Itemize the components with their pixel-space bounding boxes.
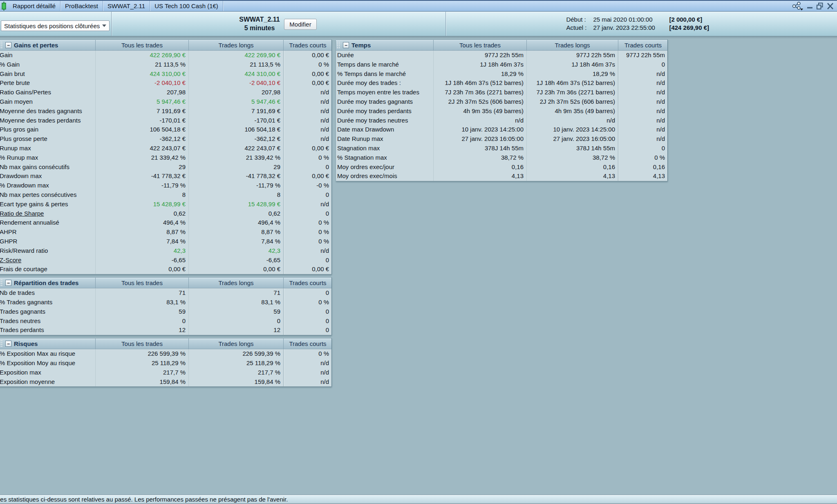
drag-handle-icon[interactable]	[0, 279, 3, 287]
cell-value: 0,62	[95, 209, 188, 219]
cell-value: 21 113,5 %	[188, 60, 283, 69]
collapse-section-button[interactable]: −	[5, 42, 11, 48]
close-button[interactable]	[827, 2, 834, 11]
status-bar: Les statistiques ci-dessus sont relative…	[0, 495, 837, 504]
stats-type-dropdown-value: Statistiques des positions clôturées	[4, 22, 100, 29]
cell-value: -6,65	[188, 256, 283, 265]
cell-value: 0 %	[283, 349, 332, 359]
cell-value: 0	[283, 307, 332, 317]
backtest-report-window: Rapport détaillé ProBacktest SWWAT_2.11 …	[0, 0, 837, 504]
cell-value: 8,87 %	[188, 227, 283, 237]
cell-value: 2J 2h 37m 52s (606 barres)	[526, 97, 618, 107]
cell-value: 0	[283, 288, 332, 298]
cell-value: 7,84 %	[95, 237, 188, 246]
cell-value: 7J 23h 7m 36s (2271 barres)	[526, 88, 618, 97]
row-label: Ecart type gains & pertes	[0, 200, 95, 209]
cell-value: 226 599,39 %	[95, 349, 188, 359]
row-label: Durée moy trades neutres	[336, 116, 433, 125]
table-title: Temps	[351, 42, 371, 49]
cell-value: -2 040,10 €	[188, 78, 283, 88]
cell-value: 0,16	[526, 163, 618, 172]
minimize-button[interactable]	[807, 2, 813, 11]
cell-value: 18,29 %	[526, 69, 618, 79]
cell-value: 0,00 €	[283, 69, 332, 79]
column-header: Trades courts	[283, 40, 332, 50]
titlebar-tab-label: Rapport détaillé	[13, 2, 56, 9]
cell-value: 38,72 %	[433, 153, 526, 163]
table-row: Drawdown max-41 778,32 €-41 778,32 €0,00…	[0, 172, 331, 181]
row-label: Trades perdants	[0, 326, 95, 335]
table-header-title-cell: −Gains et pertes	[0, 40, 95, 50]
row-label: Date Runup max	[336, 134, 433, 144]
cell-value: 0 %	[283, 237, 332, 246]
table-header-row: −Répartition des tradesTous les tradesTr…	[0, 277, 331, 288]
cell-value: 0,00 €	[283, 172, 332, 181]
stats-type-dropdown[interactable]: Statistiques des positions clôturées	[1, 20, 110, 31]
cell-value: n/d	[283, 377, 332, 387]
row-label: % Drawdown max	[0, 181, 95, 190]
row-label: Ratio de Sharpe	[0, 209, 95, 219]
row-label: Temps dans le marché	[336, 60, 433, 69]
row-label: Trades neutres	[0, 317, 95, 326]
table-row: Temps moyen entre les trades7J 23h 7m 36…	[336, 88, 667, 97]
row-label: % Trades gagnants	[0, 298, 95, 307]
cell-value: 0,00 €	[283, 51, 332, 60]
row-label: Perte brute	[0, 78, 95, 88]
titlebar-tab-report: Rapport détaillé	[8, 1, 60, 11]
system-header: SWWAT_2.11 5 minutes	[227, 15, 292, 32]
row-label: % Exposition Moy au risque	[0, 359, 95, 368]
row-label: Runup max	[0, 144, 95, 153]
cell-value: 0 %	[283, 218, 332, 227]
table-row: Plus grosse perte-362,12 €-362,12 €n/d	[0, 134, 331, 144]
table-row: AHPR8,87 %8,87 %0 %	[0, 227, 331, 237]
cell-value: 25 118,29 %	[188, 359, 283, 368]
column-header: Trades courts	[283, 278, 332, 288]
column-header: Trades courts	[618, 40, 668, 50]
table-row: Moyenne des trades perdants-170,01 €-170…	[0, 116, 331, 125]
row-label: Durée moy des trades :	[336, 78, 433, 88]
collapse-section-button[interactable]: −	[5, 341, 11, 347]
table-header-row: −RisquesTous les tradesTrades longsTrade…	[0, 338, 331, 349]
cell-value: 207,98	[188, 88, 283, 97]
cell-value: 5 947,46 €	[95, 97, 188, 107]
cell-value: -0 %	[283, 181, 332, 190]
row-label: Exposition max	[0, 368, 95, 377]
right-table-column: −TempsTous les tradesTrades longsTrades …	[336, 40, 668, 184]
modify-button[interactable]: Modifier	[284, 19, 317, 30]
cell-value: 0	[283, 326, 332, 335]
table-row: Risk/Reward ratio42,342,3n/d	[0, 246, 331, 256]
table-header-row: −Gains et pertesTous les tradesTrades lo…	[0, 40, 331, 51]
share-button[interactable]	[791, 2, 803, 11]
cell-value: 422 243,07 €	[188, 144, 283, 153]
titlebar-tab-label: ProBacktest	[65, 2, 98, 9]
row-label: Moy ordres exec/jour	[336, 163, 433, 172]
collapse-section-button[interactable]: −	[5, 280, 11, 286]
table-row: % Trades gagnants83,1 %83,1 %0 %	[0, 298, 331, 307]
session-info: Début : 25 mai 2020 01:00:00 [2 000,00 €…	[566, 16, 709, 32]
cell-value: 4h 9m 35s (49 barres)	[433, 107, 526, 116]
drag-handle-icon[interactable]	[0, 340, 3, 348]
cell-value: 977J 22h 55m	[618, 51, 668, 60]
cell-value: 1J 18h 46m 37s	[526, 60, 618, 69]
cell-value: 21 113,5 %	[95, 60, 188, 69]
table-header-title-cell: −Répartition des trades	[0, 278, 95, 288]
cell-value: 8	[95, 190, 188, 200]
table-row: GHPR7,84 %7,84 %0 %	[0, 237, 331, 246]
cell-value: 83,1 %	[188, 298, 283, 307]
row-label: Gain moyen	[0, 97, 95, 107]
current-date: 27 janv. 2023 22:55:00	[591, 24, 664, 32]
drag-handle-icon[interactable]	[337, 41, 340, 49]
cell-value: 29	[95, 163, 188, 172]
table-row: Durée moy trades gagnants2J 2h 37m 52s (…	[336, 97, 667, 107]
titlebar-tab-label: SWWAT_2.11	[107, 2, 145, 9]
toolbar-separator	[111, 12, 112, 36]
table-row: Nb max gains consécutifs29290	[0, 163, 331, 172]
collapse-section-button[interactable]: −	[343, 42, 349, 48]
row-label: Moyenne des trades gagnants	[0, 107, 95, 116]
drag-handle-icon[interactable]	[0, 41, 3, 49]
table-row: Moyenne des trades gagnants7 191,69 €7 1…	[0, 107, 331, 116]
cell-value: 71	[188, 288, 283, 298]
cell-value: n/d	[283, 134, 332, 144]
restore-button[interactable]	[816, 2, 824, 11]
cell-value: 0,62	[188, 209, 283, 219]
